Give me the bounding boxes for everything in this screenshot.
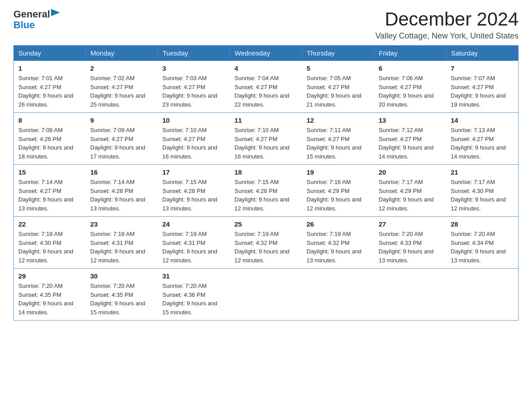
calendar-week-row: 22 Sunrise: 7:18 AM Sunset: 4:30 PM Dayl…	[14, 217, 519, 269]
calendar-header-row: SundayMondayTuesdayWednesdayThursdayFrid…	[14, 46, 519, 61]
day-of-week-header: Saturday	[446, 46, 519, 61]
day-number: 8	[18, 116, 82, 124]
day-number: 24	[163, 220, 226, 228]
day-info: Sunrise: 7:09 AM Sunset: 4:27 PM Dayligh…	[90, 126, 154, 161]
month-title: December 2024	[375, 9, 519, 30]
day-number: 15	[18, 168, 82, 176]
day-number: 5	[307, 64, 370, 72]
day-info: Sunrise: 7:04 AM Sunset: 4:27 PM Dayligh…	[235, 74, 298, 109]
day-info: Sunrise: 7:11 AM Sunset: 4:27 PM Dayligh…	[307, 126, 370, 161]
day-info: Sunrise: 7:08 AM Sunset: 4:26 PM Dayligh…	[18, 126, 82, 161]
title-section: December 2024 Valley Cottage, New York, …	[375, 9, 519, 41]
calendar-day-cell: 14 Sunrise: 7:13 AM Sunset: 4:27 PM Dayl…	[446, 113, 519, 165]
day-info: Sunrise: 7:19 AM Sunset: 4:32 PM Dayligh…	[235, 230, 298, 265]
calendar-table: SundayMondayTuesdayWednesdayThursdayFrid…	[13, 45, 519, 321]
calendar-empty-cell	[302, 269, 374, 321]
day-number: 26	[307, 220, 370, 228]
calendar-day-cell: 11 Sunrise: 7:10 AM Sunset: 4:27 PM Dayl…	[230, 113, 302, 165]
calendar-day-cell: 27 Sunrise: 7:20 AM Sunset: 4:33 PM Dayl…	[374, 217, 446, 269]
day-number: 29	[18, 272, 82, 280]
calendar-day-cell: 7 Sunrise: 7:07 AM Sunset: 4:27 PM Dayli…	[446, 61, 519, 113]
calendar-day-cell: 26 Sunrise: 7:19 AM Sunset: 4:32 PM Dayl…	[302, 217, 374, 269]
day-number: 18	[235, 168, 298, 176]
day-number: 14	[451, 116, 514, 124]
day-info: Sunrise: 7:14 AM Sunset: 4:28 PM Dayligh…	[90, 178, 154, 213]
day-number: 13	[379, 116, 442, 124]
day-info: Sunrise: 7:19 AM Sunset: 4:32 PM Dayligh…	[307, 230, 370, 265]
day-info: Sunrise: 7:07 AM Sunset: 4:27 PM Dayligh…	[451, 74, 514, 109]
day-info: Sunrise: 7:18 AM Sunset: 4:30 PM Dayligh…	[18, 230, 82, 265]
day-number: 25	[235, 220, 298, 228]
calendar-day-cell: 29 Sunrise: 7:20 AM Sunset: 4:35 PM Dayl…	[14, 269, 86, 321]
logo-blue-text: Blue	[13, 19, 35, 30]
day-info: Sunrise: 7:01 AM Sunset: 4:27 PM Dayligh…	[18, 74, 82, 109]
day-number: 2	[90, 64, 154, 72]
day-info: Sunrise: 7:10 AM Sunset: 4:27 PM Dayligh…	[235, 126, 298, 161]
calendar-day-cell: 3 Sunrise: 7:03 AM Sunset: 4:27 PM Dayli…	[158, 61, 230, 113]
day-info: Sunrise: 7:14 AM Sunset: 4:27 PM Dayligh…	[18, 178, 82, 213]
day-number: 12	[307, 116, 370, 124]
day-number: 17	[163, 168, 226, 176]
day-of-week-header: Tuesday	[158, 46, 230, 61]
calendar-week-row: 29 Sunrise: 7:20 AM Sunset: 4:35 PM Dayl…	[14, 269, 519, 321]
calendar-day-cell: 25 Sunrise: 7:19 AM Sunset: 4:32 PM Dayl…	[230, 217, 302, 269]
calendar-day-cell: 31 Sunrise: 7:20 AM Sunset: 4:36 PM Dayl…	[158, 269, 230, 321]
day-info: Sunrise: 7:20 AM Sunset: 4:34 PM Dayligh…	[451, 230, 514, 265]
calendar-day-cell: 12 Sunrise: 7:11 AM Sunset: 4:27 PM Dayl…	[302, 113, 374, 165]
day-number: 30	[90, 272, 154, 280]
calendar-day-cell: 18 Sunrise: 7:15 AM Sunset: 4:28 PM Dayl…	[230, 165, 302, 217]
day-number: 11	[235, 116, 298, 124]
day-number: 16	[90, 168, 154, 176]
calendar-day-cell: 30 Sunrise: 7:20 AM Sunset: 4:35 PM Dayl…	[86, 269, 158, 321]
day-number: 19	[307, 168, 370, 176]
day-info: Sunrise: 7:13 AM Sunset: 4:27 PM Dayligh…	[451, 126, 514, 161]
calendar-week-row: 1 Sunrise: 7:01 AM Sunset: 4:27 PM Dayli…	[14, 61, 519, 113]
day-number: 7	[451, 64, 514, 72]
day-number: 3	[163, 64, 226, 72]
day-number: 10	[163, 116, 226, 124]
day-of-week-header: Wednesday	[230, 46, 302, 61]
day-number: 9	[90, 116, 154, 124]
calendar-day-cell: 1 Sunrise: 7:01 AM Sunset: 4:27 PM Dayli…	[14, 61, 86, 113]
calendar-day-cell: 28 Sunrise: 7:20 AM Sunset: 4:34 PM Dayl…	[446, 217, 519, 269]
page-header: General Blue December 2024 Valley Cottag…	[13, 9, 519, 41]
day-info: Sunrise: 7:20 AM Sunset: 4:35 PM Dayligh…	[18, 282, 82, 317]
calendar-day-cell: 10 Sunrise: 7:10 AM Sunset: 4:27 PM Dayl…	[158, 113, 230, 165]
calendar-day-cell: 15 Sunrise: 7:14 AM Sunset: 4:27 PM Dayl…	[14, 165, 86, 217]
calendar-day-cell: 13 Sunrise: 7:12 AM Sunset: 4:27 PM Dayl…	[374, 113, 446, 165]
day-info: Sunrise: 7:05 AM Sunset: 4:27 PM Dayligh…	[307, 74, 370, 109]
day-of-week-header: Sunday	[14, 46, 86, 61]
calendar-day-cell: 5 Sunrise: 7:05 AM Sunset: 4:27 PM Dayli…	[302, 61, 374, 113]
day-info: Sunrise: 7:15 AM Sunset: 4:28 PM Dayligh…	[235, 178, 298, 213]
day-info: Sunrise: 7:15 AM Sunset: 4:28 PM Dayligh…	[163, 178, 226, 213]
day-number: 31	[163, 272, 226, 280]
calendar-day-cell: 22 Sunrise: 7:18 AM Sunset: 4:30 PM Dayl…	[14, 217, 86, 269]
calendar-day-cell: 21 Sunrise: 7:17 AM Sunset: 4:30 PM Dayl…	[446, 165, 519, 217]
calendar-day-cell: 6 Sunrise: 7:06 AM Sunset: 4:27 PM Dayli…	[374, 61, 446, 113]
calendar-empty-cell	[230, 269, 302, 321]
logo: General Blue	[13, 9, 60, 30]
calendar-week-row: 15 Sunrise: 7:14 AM Sunset: 4:27 PM Dayl…	[14, 165, 519, 217]
calendar-empty-cell	[374, 269, 446, 321]
day-info: Sunrise: 7:20 AM Sunset: 4:36 PM Dayligh…	[163, 282, 226, 317]
day-of-week-header: Friday	[374, 46, 446, 61]
logo-flag-icon	[51, 9, 60, 19]
day-number: 28	[451, 220, 514, 228]
day-number: 27	[379, 220, 442, 228]
day-of-week-header: Monday	[86, 46, 158, 61]
day-info: Sunrise: 7:10 AM Sunset: 4:27 PM Dayligh…	[163, 126, 226, 161]
calendar-week-row: 8 Sunrise: 7:08 AM Sunset: 4:26 PM Dayli…	[14, 113, 519, 165]
calendar-day-cell: 20 Sunrise: 7:17 AM Sunset: 4:29 PM Dayl…	[374, 165, 446, 217]
calendar-day-cell: 4 Sunrise: 7:04 AM Sunset: 4:27 PM Dayli…	[230, 61, 302, 113]
calendar-day-cell: 19 Sunrise: 7:16 AM Sunset: 4:29 PM Dayl…	[302, 165, 374, 217]
calendar-day-cell: 17 Sunrise: 7:15 AM Sunset: 4:28 PM Dayl…	[158, 165, 230, 217]
day-number: 1	[18, 64, 82, 72]
location-subtitle: Valley Cottage, New York, United States	[375, 31, 519, 41]
day-info: Sunrise: 7:20 AM Sunset: 4:33 PM Dayligh…	[379, 230, 442, 265]
calendar-day-cell: 8 Sunrise: 7:08 AM Sunset: 4:26 PM Dayli…	[14, 113, 86, 165]
day-number: 20	[379, 168, 442, 176]
calendar-day-cell: 2 Sunrise: 7:02 AM Sunset: 4:27 PM Dayli…	[86, 61, 158, 113]
calendar-day-cell: 23 Sunrise: 7:18 AM Sunset: 4:31 PM Dayl…	[86, 217, 158, 269]
day-info: Sunrise: 7:17 AM Sunset: 4:29 PM Dayligh…	[379, 178, 442, 213]
day-info: Sunrise: 7:06 AM Sunset: 4:27 PM Dayligh…	[379, 74, 442, 109]
